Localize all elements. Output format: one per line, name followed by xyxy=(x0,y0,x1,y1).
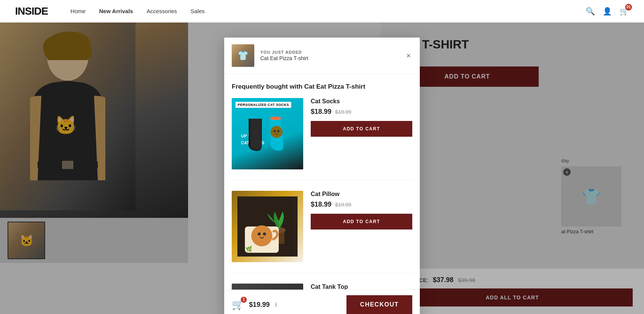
cart-icon[interactable]: 🛒 01 xyxy=(620,7,629,16)
header: INSIDE Home New Arrivals Accessories Sal… xyxy=(0,0,644,23)
cat-pillow-image: 🌿 xyxy=(232,191,303,262)
search-icon[interactable]: 🔍 xyxy=(586,7,595,16)
modal-header-thumbnail: 👕 xyxy=(232,44,254,67)
tank-illustration xyxy=(232,284,303,290)
cat-socks-original-price: $19.99 xyxy=(335,109,351,115)
checkout-button[interactable]: CHECKOUT xyxy=(346,295,412,314)
modal-header: 👕 YOU JUST ADDED Cat Eat Pizza T-shirt × xyxy=(224,38,420,74)
svg-point-16 xyxy=(258,232,261,236)
nav-home[interactable]: Home xyxy=(70,8,85,14)
svg-point-15 xyxy=(251,225,272,246)
socks-illustration: PERSONALIZED CAT SOCKS UP TO 4 CAT FACES xyxy=(232,98,303,169)
modal-product-3: Cat Tank Top xyxy=(232,284,412,290)
cat-socks-price-row: $18.99 $19.99 xyxy=(311,108,412,116)
modal-footer: 🛒 1 $19.99 ℹ CHECKOUT xyxy=(224,290,420,314)
cat-socks-image: PERSONALIZED CAT SOCKS UP TO 4 CAT FACES xyxy=(232,98,303,169)
cart-badge: 01 xyxy=(625,4,632,11)
add-cat-socks-button[interactable]: ADD TO CART xyxy=(311,121,412,137)
frequently-bought-modal: 👕 YOU JUST ADDED Cat Eat Pizza T-shirt ×… xyxy=(224,38,420,314)
cat-socks-info: Cat Socks $18.99 $19.99 ADD TO CART xyxy=(311,98,412,169)
add-cat-pillow-button[interactable]: ADD TO CART xyxy=(311,214,412,229)
svg-point-9 xyxy=(273,130,276,132)
frequently-bought-title: Frequently bought with Cat Eat Pizza T-s… xyxy=(232,83,412,91)
modal-added-label: YOU JUST ADDED xyxy=(260,50,399,54)
svg-point-17 xyxy=(263,232,266,236)
socks-img-label: PERSONALIZED CAT SOCKS xyxy=(235,102,291,108)
cat-pillow-price: $18.99 xyxy=(311,201,331,208)
cat-tank-name: Cat Tank Top xyxy=(311,284,412,290)
cat-pillow-info: Cat Pillow $18.99 $19.99 ADD TO CART xyxy=(311,191,412,262)
svg-point-8 xyxy=(270,126,283,138)
modal-product-2: 🌿 Cat Pillow $18.99 $19.99 ADD TO CART xyxy=(232,191,412,273)
main-nav: Home New Arrivals Accessories Sales xyxy=(70,8,586,14)
nav-new-arrivals[interactable]: New Arrivals xyxy=(99,8,133,14)
nav-accessories[interactable]: Accessories xyxy=(147,8,177,14)
footer-price: $19.99 xyxy=(249,301,270,309)
modal-item-name: Cat Eat Pizza T-shirt xyxy=(260,55,399,61)
cat-socks-name: Cat Socks xyxy=(311,98,412,105)
modal-overlay: 👕 YOU JUST ADDED Cat Eat Pizza T-shirt ×… xyxy=(0,23,644,314)
nav-sales[interactable]: Sales xyxy=(191,8,205,14)
footer-cart-icon: 🛒 1 xyxy=(232,299,244,311)
cat-tank-info: Cat Tank Top xyxy=(311,284,412,290)
footer-cart-badge: 1 xyxy=(241,297,247,303)
cat-socks-price: $18.99 xyxy=(311,108,331,116)
header-icons: 🔍 👤 🛒 01 xyxy=(586,7,629,16)
cat-pillow-name: Cat Pillow xyxy=(311,191,412,198)
svg-point-10 xyxy=(277,130,279,132)
info-icon[interactable]: ℹ xyxy=(275,302,277,308)
pillow-illustration: 🌿 xyxy=(232,191,303,262)
user-icon[interactable]: 👤 xyxy=(603,7,612,16)
cat-tank-image xyxy=(232,284,303,290)
page-content: 🐱 🐱 ZZA T-SHIRT ADD TO CART d xyxy=(0,23,644,314)
svg-text:🌿: 🌿 xyxy=(246,246,252,252)
logo: INSIDE xyxy=(15,5,48,17)
modal-product-1: PERSONALIZED CAT SOCKS UP TO 4 CAT FACES xyxy=(232,98,412,180)
modal-body: Frequently bought with Cat Eat Pizza T-s… xyxy=(224,74,420,290)
cat-pillow-price-row: $18.99 $19.99 xyxy=(311,201,412,208)
cat-pillow-original-price: $19.99 xyxy=(335,202,351,208)
svg-rect-7 xyxy=(270,117,281,120)
modal-header-text: YOU JUST ADDED Cat Eat Pizza T-shirt xyxy=(260,50,399,61)
modal-close-button[interactable]: × xyxy=(405,50,412,61)
